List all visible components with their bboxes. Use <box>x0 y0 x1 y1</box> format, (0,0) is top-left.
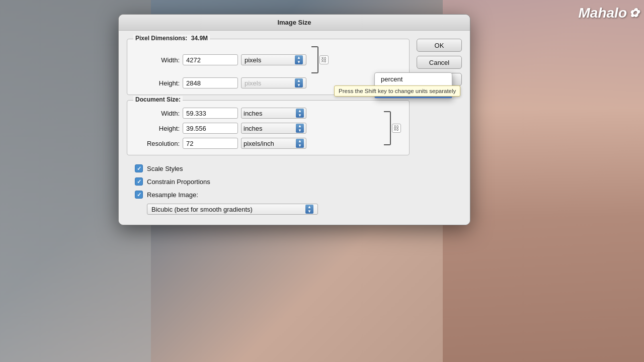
resample-method-text: Bicubic (best for smooth gradients) <box>151 206 253 213</box>
dropdown-arrows: ▲ ▼ <box>295 55 303 64</box>
pixel-unit-text: pixels <box>245 56 261 64</box>
doc-height-unit-text: inches <box>244 125 263 132</box>
resample-image-label: Resample Image: <box>147 191 198 199</box>
doc-link-chain-icon[interactable]: ⛓ <box>392 124 401 133</box>
doc-height-arrow-down: ▼ <box>298 129 302 133</box>
dialog-buttons: OK Cancel Auto... <box>417 39 462 217</box>
pixel-width-label: Width: <box>135 56 180 64</box>
pixel-unit-dropdown[interactable]: pixels ▲ ▼ <box>241 54 306 65</box>
cancel-button[interactable]: Cancel <box>417 56 462 69</box>
doc-width-arrow-up: ▲ <box>298 109 302 113</box>
doc-width-arrows: ▲ ▼ <box>296 109 304 118</box>
pixel-link-bracket: ⛓ <box>311 46 329 73</box>
constrain-proportions-checkbox[interactable] <box>135 177 143 186</box>
arrow-up-icon: ▲ <box>297 56 301 60</box>
pixel-height-unit-dropdown[interactable]: pixels ▲ ▼ <box>241 77 306 88</box>
height-arrow-down: ▼ <box>297 83 301 87</box>
doc-resolution-label: Resolution: <box>135 140 180 147</box>
pixel-height-label: Height: <box>135 79 180 87</box>
doc-bracket-right <box>384 111 391 145</box>
mahalo-logo: Mahalo ✿ <box>579 5 639 21</box>
resample-image-row: Resample Image: <box>135 191 410 199</box>
checkboxes-section: Scale Styles Constrain Proportions Resam… <box>127 160 410 217</box>
ok-button[interactable]: OK <box>417 39 462 52</box>
resample-image-checkbox[interactable] <box>135 191 143 199</box>
doc-fields: Width: inches ▲ ▼ <box>135 108 381 149</box>
dialog-title-bar: Image Size <box>119 15 470 31</box>
doc-height-input[interactable] <box>183 123 238 134</box>
image-size-dialog: Image Size Pixel Dimensions: 34.9M Width… <box>118 14 470 225</box>
doc-width-unit-text: inches <box>244 110 263 117</box>
doc-height-arrows: ▲ ▼ <box>296 124 304 133</box>
pixel-dimensions-value: 34.9M <box>191 35 208 42</box>
doc-resolution-arrows: ▲ ▼ <box>296 139 304 148</box>
mahalo-flower-icon: ✿ <box>629 6 639 20</box>
doc-height-unit-dropdown[interactable]: inches ▲ ▼ <box>241 123 306 134</box>
popup-item-percent[interactable]: percent <box>375 73 452 85</box>
document-size-section: Document Size: Width: inches ▲ ▼ <box>127 100 410 155</box>
doc-res-arrow-down: ▼ <box>298 144 302 148</box>
pixel-width-input[interactable] <box>183 54 238 65</box>
mahalo-text: Mahalo <box>579 5 627 21</box>
resample-arrows: ▲ ▼ <box>305 205 313 214</box>
doc-height-row: Height: inches ▲ ▼ <box>135 123 381 134</box>
doc-width-input[interactable] <box>183 108 238 119</box>
constrain-proportions-label: Constrain Proportions <box>147 178 210 186</box>
doc-resolution-unit-text: pixels/inch <box>244 140 274 147</box>
height-dropdown-arrows: ▲ ▼ <box>295 78 303 87</box>
doc-width-unit-dropdown[interactable]: inches ▲ ▼ <box>241 108 306 119</box>
doc-fields-and-bracket: Width: inches ▲ ▼ <box>135 108 401 149</box>
pixel-dropdown-container: pixels ▲ ▼ percent pixels <box>241 54 306 65</box>
doc-width-row: Width: inches ▲ ▼ <box>135 108 381 119</box>
resample-method-dropdown[interactable]: Bicubic (best for smooth gradients) ▲ ▼ <box>147 204 318 215</box>
pixel-width-row: Width: pixels ▲ ▼ perce <box>135 46 401 73</box>
doc-resolution-unit-dropdown[interactable]: pixels/inch ▲ ▼ <box>241 138 306 149</box>
pixel-bracket-right <box>311 46 318 73</box>
resample-arrow-up: ▲ <box>307 205 311 209</box>
pixel-dimensions-section-title: Pixel Dimensions: 34.9M <box>133 35 210 42</box>
dialog-title: Image Size <box>277 19 311 26</box>
constrain-proportions-row: Constrain Proportions <box>135 177 410 186</box>
scale-styles-label: Scale Styles <box>147 165 183 172</box>
shift-key-tooltip: Press the Shift key to change units sepa… <box>334 85 460 97</box>
scale-styles-row: Scale Styles <box>135 164 410 172</box>
doc-height-label: Height: <box>135 125 180 132</box>
doc-resolution-row: Resolution: pixels/inch ▲ ▼ <box>135 138 381 149</box>
height-arrow-up: ▲ <box>297 79 301 83</box>
doc-width-label: Width: <box>135 110 180 117</box>
resample-arrow-down: ▼ <box>307 210 311 214</box>
doc-width-arrow-down: ▼ <box>298 114 302 118</box>
doc-link-bracket: ⛓ <box>384 111 401 145</box>
pixel-dimensions-section: Pixel Dimensions: 34.9M Width: pixels ▲ … <box>127 39 410 95</box>
scale-styles-checkbox[interactable] <box>135 164 143 172</box>
pixel-height-input[interactable] <box>183 77 238 88</box>
doc-resolution-input[interactable] <box>183 138 238 149</box>
link-chain-icon[interactable]: ⛓ <box>319 55 329 64</box>
pixel-height-unit-text: pixels <box>245 79 261 87</box>
doc-res-arrow-up: ▲ <box>298 139 302 143</box>
dialog-main: Pixel Dimensions: 34.9M Width: pixels ▲ … <box>127 39 410 217</box>
bg-right <box>443 0 644 362</box>
document-size-title: Document Size: <box>133 96 183 103</box>
doc-height-arrow-up: ▲ <box>298 124 302 128</box>
dialog-content: Pixel Dimensions: 34.9M Width: pixels ▲ … <box>119 31 470 225</box>
arrow-down-icon: ▼ <box>297 60 301 64</box>
